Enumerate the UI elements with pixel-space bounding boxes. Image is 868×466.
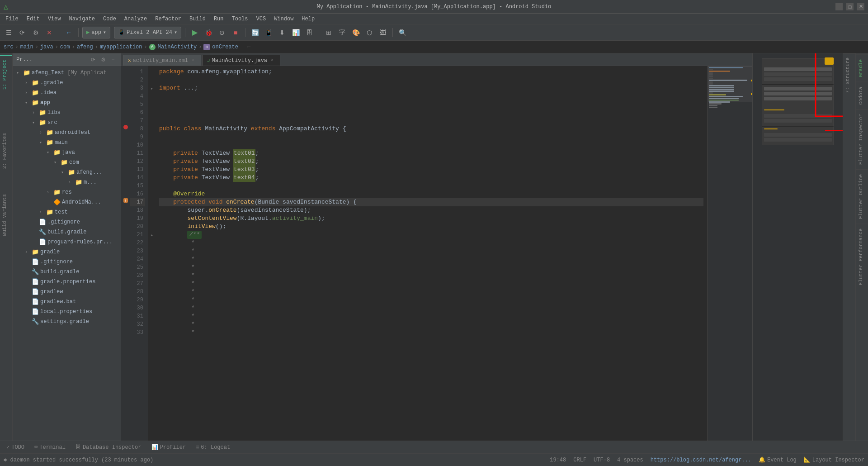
vector-asset-icon[interactable]: ⬡ (363, 27, 375, 38)
breadcrumb-oncreate[interactable]: m onCreate (203, 44, 238, 50)
tab-mainactivity-java[interactable]: J MainActivity.java × (202, 55, 280, 66)
gradle-tab[interactable]: Gradle (856, 54, 868, 82)
flutter-inspector-tab[interactable]: Flutter Inspector (856, 109, 868, 169)
tree-item-proguard[interactable]: 📄 proguard-rules.pr... (13, 237, 121, 247)
code-content[interactable]: package com.afeng.myapplication; import … (156, 66, 707, 441)
sdk-manager-icon[interactable]: ⬇ (276, 27, 288, 38)
back-navigation-icon[interactable]: ← (247, 44, 250, 50)
tree-item-main[interactable]: ▾ 📁 main (13, 138, 121, 147)
app-config-dropdown[interactable]: ▶ app ▾ (82, 27, 110, 38)
breadcrumb-myapplication[interactable]: myapplication (100, 44, 142, 50)
tree-root[interactable]: ▾ 📁 afeng_Test [My Applicat (13, 68, 121, 78)
tree-item-test[interactable]: › 📁 test (13, 207, 121, 217)
run-button[interactable]: ▶ (189, 27, 201, 38)
menu-edit[interactable]: Edit (23, 15, 43, 23)
breadcrumb-mainactivity[interactable]: A MainActivity (149, 44, 197, 50)
database-icon[interactable]: 🗄 (303, 27, 315, 38)
minimize-button[interactable]: − (835, 3, 843, 10)
tab-terminal[interactable]: ⌨ Terminal (30, 442, 70, 453)
tab-close-xml[interactable]: × (190, 57, 196, 64)
layout-inspector-button[interactable]: 📐 Layout Inspector (804, 456, 864, 463)
theme-editor-icon[interactable]: 🎨 (350, 27, 362, 38)
codota-tab[interactable]: Codota (856, 82, 868, 109)
image-asset-icon[interactable]: 🖼 (377, 27, 389, 38)
tab-logcat[interactable]: ≡ 6: Logcat (191, 442, 235, 453)
tree-item-manifest[interactable]: 🔶 AndroidMa... (13, 197, 121, 207)
breadcrumb-com[interactable]: com (60, 44, 70, 50)
sync-gradle-icon[interactable]: 🔄 (249, 27, 261, 38)
tree-item-androidtest[interactable]: › 📁 androidTest (13, 128, 121, 138)
menu-window[interactable]: Window (270, 15, 297, 23)
tree-item-afeng[interactable]: ▾ 📁 afeng... (13, 167, 121, 177)
menu-run[interactable]: Run (210, 15, 227, 23)
tab-database-inspector[interactable]: 🗄 Database Inspector (71, 442, 146, 453)
menu-help[interactable]: Help (298, 15, 318, 23)
tree-item-gitignore-root[interactable]: 📄 .gitignore (13, 257, 121, 267)
menu-refactor[interactable]: Refactor (151, 15, 185, 23)
tree-item-gradleprops[interactable]: 📄 gradle.properties (13, 277, 121, 287)
debug-button[interactable]: 🐞 (203, 27, 214, 38)
status-line-ending[interactable]: CRLF (573, 457, 586, 463)
structure-tab[interactable]: 7: Structure (843, 53, 855, 97)
tree-item-settingsgradle[interactable]: 🔧 settings.gradle (13, 317, 121, 327)
close-button[interactable]: ✕ (857, 3, 864, 10)
panel-settings-icon[interactable]: ⚙ (99, 56, 107, 64)
tree-item-dotgradle[interactable]: › 📁 .gradle (13, 78, 121, 88)
flutter-performance-tab[interactable]: Flutter Performance (856, 223, 868, 290)
breadcrumb-afeng[interactable]: afeng (77, 44, 93, 50)
sidebar-tab-favorites[interactable]: 2: Favorites (0, 129, 12, 172)
toolbar-menu-icon[interactable]: ☰ (3, 27, 14, 38)
search-everywhere-icon[interactable]: 🔍 (396, 27, 408, 38)
tree-item-app[interactable]: ▾ 📁 app (13, 98, 121, 108)
status-charset[interactable]: UTF-8 (594, 457, 610, 463)
panel-sync-icon[interactable]: ⟳ (89, 56, 97, 64)
tree-item-java[interactable]: ▾ 📁 java (13, 147, 121, 157)
event-log-button[interactable]: 🔔 Event Log (759, 456, 797, 463)
breadcrumb-src[interactable]: src (4, 44, 14, 50)
tree-item-m[interactable]: › 📁 m... (13, 177, 121, 187)
maximize-button[interactable]: □ (846, 3, 854, 10)
tree-item-gradle[interactable]: › 📁 gradle (13, 247, 121, 257)
tree-item-buildgradle-root[interactable]: 🔧 build.gradle (13, 267, 121, 277)
fold-import[interactable]: ▸ (151, 86, 154, 91)
back-icon[interactable]: ← (63, 27, 75, 38)
tree-item-localprops[interactable]: 📄 local.properties (13, 307, 121, 317)
menu-analyze[interactable]: Analyze (121, 15, 151, 23)
fold-comment[interactable]: ▸ (151, 232, 154, 238)
breadcrumb-main[interactable]: main (20, 44, 33, 50)
sidebar-tab-build-variants[interactable]: Build Variants (0, 190, 12, 239)
settings-icon[interactable]: ⚙ (30, 27, 42, 38)
stop-button[interactable]: ■ (230, 27, 241, 38)
tree-item-dotidea[interactable]: › 📁 .idea (13, 88, 121, 98)
menu-vcs[interactable]: VCS (253, 15, 270, 23)
tree-item-buildgradle-app[interactable]: 🔧 build.gradle (13, 227, 121, 237)
profiler-icon[interactable]: 📊 (290, 27, 302, 38)
code-editor[interactable]: ! 1 2 3 4 5 6 7 8 9 10 11 12 13 14 15 16 (121, 66, 752, 441)
menu-view[interactable]: View (44, 15, 65, 23)
tree-item-gradlewbat[interactable]: 📄 gradlew.bat (13, 297, 121, 307)
status-url[interactable]: https://blog.csdn.net/afengr... (651, 457, 751, 463)
tree-item-gradlew[interactable]: 📄 gradlew (13, 287, 121, 297)
menu-file[interactable]: File (2, 15, 22, 23)
device-dropdown[interactable]: 📱 Pixel 2 API 24 ▾ (114, 27, 181, 38)
menu-code[interactable]: Code (99, 15, 120, 23)
menu-navigate[interactable]: Navigate (65, 15, 99, 23)
sync-icon[interactable]: ⟳ (16, 27, 28, 38)
tab-activity-main-xml[interactable]: X activity_main.xml × (123, 55, 201, 66)
toolbar-close-icon[interactable]: ✕ (43, 27, 55, 38)
avd-manager-icon[interactable]: 📱 (263, 27, 274, 38)
tree-item-com[interactable]: ▾ 📁 com (13, 157, 121, 167)
layout-editor-icon[interactable]: ⊞ (323, 27, 335, 38)
sidebar-tab-project[interactable]: 1: Project (0, 55, 12, 93)
tree-item-res[interactable]: › 📁 res (13, 187, 121, 197)
tab-todo[interactable]: ✓ TODO (2, 442, 29, 453)
translate-icon[interactable]: 字 (336, 27, 348, 38)
status-indent[interactable]: 4 spaces (617, 457, 643, 463)
breadcrumb-java[interactable]: java (40, 44, 53, 50)
tree-item-libs[interactable]: › 📁 libs (13, 108, 121, 118)
tab-close-java[interactable]: × (269, 57, 275, 64)
menu-tools[interactable]: Tools (228, 15, 252, 23)
flutter-outline-tab[interactable]: Flutter Outline (856, 169, 868, 223)
menu-build[interactable]: Build (186, 15, 209, 23)
tree-item-src[interactable]: ▾ 📁 src (13, 118, 121, 128)
